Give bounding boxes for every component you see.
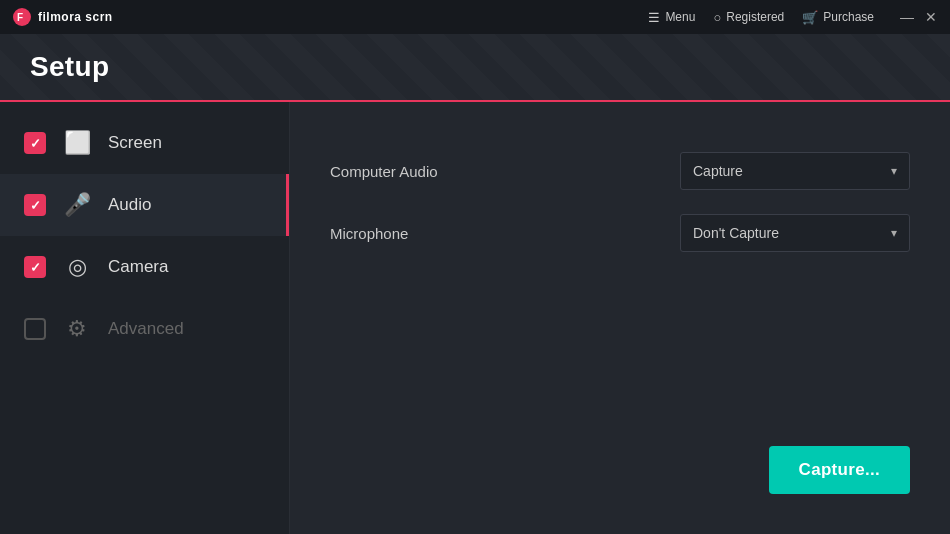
minimize-button[interactable]: — [900,10,914,24]
menu-label: Menu [665,10,695,24]
menu-icon: ☰ [648,10,660,25]
microphone-row: Microphone Don't Capture ▾ [330,214,910,252]
cart-icon: 🛒 [802,10,818,25]
page-title: Setup [30,51,109,83]
microphone-value: Don't Capture [693,225,779,241]
window-controls: — ✕ [900,10,938,24]
titlebar-left: F filmora scrn [12,7,113,27]
titlebar: F filmora scrn ☰ Menu ○ Registered 🛒 Pur… [0,0,950,34]
advanced-label: Advanced [108,319,184,339]
audio-checkmark: ✓ [30,198,41,213]
menu-button[interactable]: ☰ Menu [648,10,695,25]
sidebar-item-camera[interactable]: ✓ ◎ Camera [0,236,289,298]
computer-audio-dropdown[interactable]: Capture ▾ [680,152,910,190]
microphone-label: Microphone [330,225,408,242]
filmora-logo-icon: F [12,7,32,27]
camera-checkbox[interactable]: ✓ [24,256,46,278]
screen-checkmark: ✓ [30,136,41,151]
content-area: Computer Audio Capture ▾ Microphone Don'… [290,102,950,534]
computer-audio-row: Computer Audio Capture ▾ [330,152,910,190]
audio-icon: 🎤 [64,192,90,218]
sidebar-item-audio[interactable]: ✓ 🎤 Audio [0,174,289,236]
sidebar-item-screen[interactable]: ✓ ⬜ Screen [0,112,289,174]
screen-icon: ⬜ [64,130,90,156]
logo-text: filmora scrn [38,10,113,24]
sidebar: ✓ ⬜ Screen ✓ 🎤 Audio ✓ ◎ Camera ⚙ Advanc… [0,102,290,534]
audio-checkbox[interactable]: ✓ [24,194,46,216]
header: Setup [0,34,950,102]
main-layout: ✓ ⬜ Screen ✓ 🎤 Audio ✓ ◎ Camera ⚙ Advanc… [0,102,950,534]
registered-button[interactable]: ○ Registered [713,10,784,25]
screen-label: Screen [108,133,162,153]
purchase-label: Purchase [823,10,874,24]
svg-text:F: F [17,12,23,23]
purchase-button[interactable]: 🛒 Purchase [802,10,874,25]
camera-icon: ◎ [64,254,90,280]
capture-button[interactable]: Capture... [769,446,910,494]
registered-label: Registered [726,10,784,24]
titlebar-right: ☰ Menu ○ Registered 🛒 Purchase — ✕ [648,10,938,25]
capture-btn-container: Capture... [330,446,910,504]
close-button[interactable]: ✕ [924,10,938,24]
camera-label: Camera [108,257,168,277]
screen-checkbox[interactable]: ✓ [24,132,46,154]
computer-audio-arrow: ▾ [891,164,897,178]
advanced-checkbox[interactable] [24,318,46,340]
microphone-dropdown[interactable]: Don't Capture ▾ [680,214,910,252]
microphone-arrow: ▾ [891,226,897,240]
computer-audio-value: Capture [693,163,743,179]
computer-audio-label: Computer Audio [330,163,438,180]
user-icon: ○ [713,10,721,25]
camera-checkmark: ✓ [30,260,41,275]
advanced-icon: ⚙ [64,316,90,342]
audio-label: Audio [108,195,151,215]
settings-rows: Computer Audio Capture ▾ Microphone Don'… [330,152,910,252]
sidebar-item-advanced[interactable]: ⚙ Advanced [0,298,289,360]
